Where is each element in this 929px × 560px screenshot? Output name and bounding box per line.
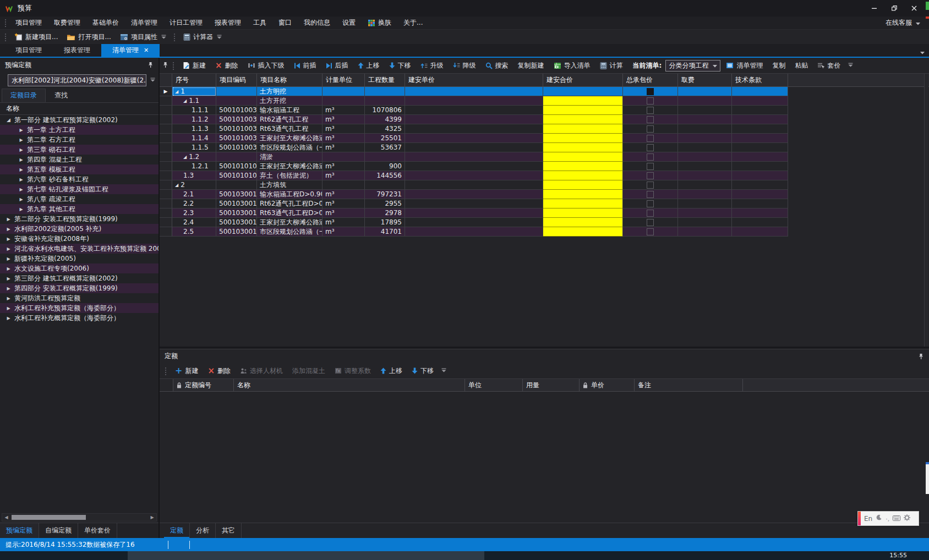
cell-tech-terms[interactable] xyxy=(732,96,788,106)
calculate-button[interactable]: 计算 xyxy=(596,59,627,72)
dropdown-arrow-icon[interactable] xyxy=(217,35,222,40)
quota-column-header[interactable]: 定额编号 xyxy=(173,379,234,392)
cell-contract-price[interactable] xyxy=(623,227,678,237)
quota-column-header[interactable]: 单位 xyxy=(465,379,523,392)
contract-checkbox[interactable] xyxy=(647,97,654,105)
cell-code[interactable]: 500101003001 xyxy=(216,106,257,115)
cell-unit[interactable] xyxy=(323,96,365,106)
cell-total-price[interactable] xyxy=(543,227,623,237)
cell-contract-price[interactable] xyxy=(623,115,678,124)
ime-language-label[interactable]: En xyxy=(864,515,872,523)
collapsed-arrow-icon[interactable]: ▶ xyxy=(6,246,12,251)
cell-fee[interactable] xyxy=(678,124,732,134)
collapsed-arrow-icon[interactable]: ▶ xyxy=(6,296,12,301)
cell-code[interactable] xyxy=(216,96,257,106)
tree-item[interactable]: ▶第三章 砌石工程 xyxy=(0,145,159,155)
cell-tech-terms[interactable] xyxy=(732,227,788,237)
cell-code[interactable]: 500101010001 xyxy=(216,162,257,171)
row-indicator[interactable] xyxy=(160,180,172,190)
table-row[interactable]: 1.1.4500101003004王家封至大柳滩公路涵工程m³25501 xyxy=(160,134,788,143)
cell-total-price[interactable] xyxy=(543,208,623,218)
tree-item[interactable]: ▶第九章 其他工程 xyxy=(0,204,159,214)
cell-fee[interactable] xyxy=(678,134,732,143)
apply-price-button[interactable]: 套价 xyxy=(813,59,844,72)
punctuation-icon[interactable]: ·, xyxy=(886,515,889,523)
row-indicator[interactable] xyxy=(160,96,172,106)
toolbar-grip[interactable] xyxy=(4,19,7,27)
cell-sn[interactable]: 1.1.1 xyxy=(172,106,216,115)
tab-custom-quota[interactable]: 自编定额 xyxy=(39,523,78,538)
cell-tech-terms[interactable] xyxy=(732,134,788,143)
row-indicator[interactable] xyxy=(160,218,172,227)
cell-unit-price[interactable] xyxy=(405,162,543,171)
cell-name[interactable]: 王家封至大柳滩公路涵工程 xyxy=(257,162,323,171)
cell-tech-terms[interactable] xyxy=(732,106,788,115)
current-list-select[interactable]: 分类分项工程 xyxy=(665,60,720,72)
cell-name[interactable]: 清淤 xyxy=(257,152,323,162)
contract-checkbox[interactable] xyxy=(647,125,654,133)
contract-checkbox[interactable] xyxy=(647,135,654,142)
cell-unit-price[interactable] xyxy=(405,208,543,218)
list-manage-button[interactable]: 清单管理 xyxy=(722,59,767,72)
cell-contract-price[interactable] xyxy=(623,218,678,227)
contract-checkbox[interactable] xyxy=(647,200,654,207)
cell-fee[interactable] xyxy=(678,87,732,96)
expanded-arrow-icon[interactable]: ◢ xyxy=(175,89,178,94)
cell-tech-terms[interactable] xyxy=(732,199,788,208)
cell-contract-price[interactable] xyxy=(623,87,678,96)
tree-item[interactable]: ▶第二部分 安装工程预算定额(1999) xyxy=(0,214,159,224)
gear-icon[interactable] xyxy=(904,514,910,523)
cell-name[interactable]: 土方明挖 xyxy=(257,87,323,96)
cell-unit-price[interactable] xyxy=(405,115,543,124)
contract-checkbox[interactable] xyxy=(647,107,654,114)
cell-quantity[interactable]: 17895 xyxy=(365,218,405,227)
contract-checkbox[interactable] xyxy=(647,153,654,161)
tree-item[interactable]: ▶水利工程补充概算定额（海委部分） xyxy=(0,313,159,323)
tab-other[interactable]: 其它 xyxy=(216,523,242,538)
column-header[interactable]: 建安合价 xyxy=(543,74,623,87)
cell-fee[interactable] xyxy=(678,162,732,171)
cell-tech-terms[interactable] xyxy=(732,152,788,162)
tab-unit-price-set[interactable]: 单价套价 xyxy=(78,523,117,538)
tree-item[interactable]: ▶第七章 钻孔灌浆及锚固工程 xyxy=(0,184,159,194)
collapsed-arrow-icon[interactable]: ▶ xyxy=(6,286,12,291)
cell-name[interactable]: 王家封至大柳滩公路涵工... xyxy=(257,218,323,227)
cell-quantity[interactable]: 4325 xyxy=(365,124,405,134)
cell-code[interactable]: 500101003004 xyxy=(216,134,257,143)
tree-item[interactable]: ▶黄河防洪工程预算定额 xyxy=(0,293,159,303)
cell-code[interactable]: 500101003003 xyxy=(216,124,257,134)
cell-name[interactable]: 输水箱涵工程D>0.90 xyxy=(257,190,323,199)
cell-code[interactable]: 500103001003 xyxy=(216,208,257,218)
cell-quantity[interactable]: 144556 xyxy=(365,171,405,180)
minimize-button[interactable] xyxy=(865,1,884,15)
pin-icon[interactable] xyxy=(147,62,154,68)
column-header[interactable]: 计量单位 xyxy=(323,74,365,87)
quota-column-header[interactable]: 单价 xyxy=(580,379,635,392)
quota-column-header[interactable]: 备注 xyxy=(635,379,743,392)
cell-unit-price[interactable] xyxy=(405,152,543,162)
paste-button[interactable]: 粘贴 xyxy=(791,59,812,72)
row-indicator[interactable]: ▶ xyxy=(160,87,172,96)
tab-project-mgmt[interactable]: 项目管理 xyxy=(4,44,53,57)
cell-total-price[interactable] xyxy=(543,124,623,134)
column-header[interactable]: 序号 xyxy=(172,74,216,87)
scroll-right-icon[interactable]: ▶ xyxy=(148,515,156,520)
cell-unit-price[interactable] xyxy=(405,96,543,106)
collapsed-arrow-icon[interactable]: ▶ xyxy=(6,237,12,241)
move-down-button[interactable]: 下移 xyxy=(385,59,415,72)
contract-checkbox[interactable] xyxy=(647,163,654,170)
row-indicator[interactable] xyxy=(160,199,172,208)
cell-fee[interactable] xyxy=(678,180,732,190)
cell-code[interactable]: 500103001005 xyxy=(216,227,257,237)
cell-fee[interactable] xyxy=(678,190,732,199)
cell-total-price[interactable] xyxy=(543,96,623,106)
cell-sn[interactable]: 1.1.3 xyxy=(172,124,216,134)
column-header[interactable]: 总承包价 xyxy=(623,74,678,87)
collapsed-arrow-icon[interactable]: ▶ xyxy=(6,227,12,232)
quota-column-header[interactable]: 名称 xyxy=(234,379,465,392)
cell-name[interactable]: Rt63通气孔工程 xyxy=(257,124,323,134)
cell-name[interactable]: 土方填筑 xyxy=(257,180,323,190)
insert-child-button[interactable]: 插入下级 xyxy=(244,59,288,72)
cell-name[interactable]: 输水箱涵工程 xyxy=(257,106,323,115)
cell-tech-terms[interactable] xyxy=(732,115,788,124)
